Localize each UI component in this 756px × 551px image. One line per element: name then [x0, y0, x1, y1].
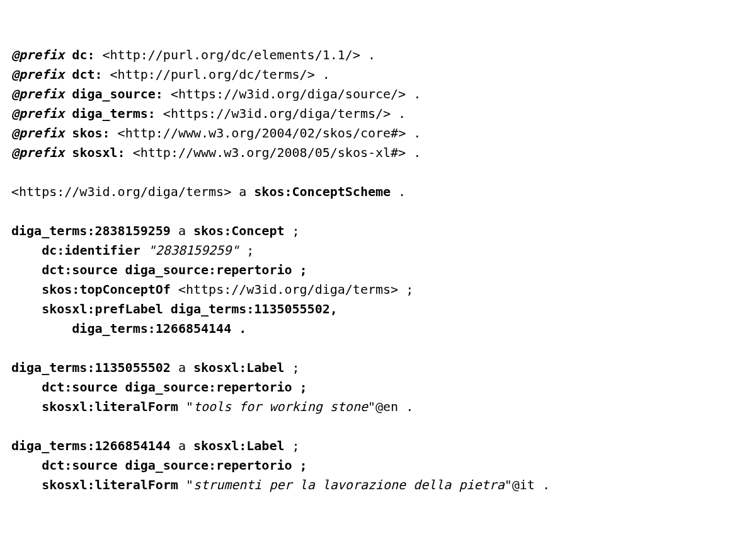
prefix-keyword: @prefix — [11, 125, 64, 141]
predicate: skosxl:literalForm — [42, 477, 178, 492]
statement-end: . — [391, 184, 406, 199]
uri-value: <https://w3id.org/diga/terms> — [178, 282, 398, 297]
prefix-name: dct: — [72, 67, 102, 82]
prefix-uri: <http://www.w3.org/2008/05/skos-xl#> . — [133, 145, 421, 160]
quote-open: " — [178, 477, 193, 492]
statement-sep: ; — [239, 243, 254, 258]
literal-value: tools for working stone — [193, 399, 368, 414]
a-keyword: a — [171, 438, 193, 453]
prefix-uri: <http://www.w3.org/2004/02/skos/core#> . — [118, 125, 421, 141]
prefix-name: skos: — [72, 125, 110, 141]
statement: dct:source diga_source:repertorio ; — [42, 458, 307, 473]
prefix-uri: <http://purl.org/dc/elements/1.1/> . — [103, 47, 375, 62]
concept-type: skos:Concept — [193, 223, 285, 238]
predicate: skosxl:literalForm — [42, 399, 178, 414]
statement: dct:source diga_source:repertorio ; — [42, 262, 307, 277]
prefix-name: diga_terms: — [72, 106, 155, 121]
statement: dct:source diga_source:repertorio ; — [42, 380, 307, 395]
statement-sep: ; — [285, 438, 300, 453]
sp — [140, 243, 148, 258]
label-subject: diga_terms:1266854144 — [11, 438, 171, 453]
statement-sep: ; — [285, 360, 300, 375]
quote-close: "@en . — [368, 399, 413, 414]
prefix-keyword: @prefix — [11, 67, 64, 82]
concept-subject: diga_terms:2838159259 — [11, 223, 171, 238]
prefix-keyword: @prefix — [11, 86, 64, 102]
label-subject: diga_terms:1135055502 — [11, 360, 171, 375]
prefix-name: diga_source: — [72, 86, 163, 102]
predicate: dc:identifier — [42, 243, 140, 258]
prefix-uri: <https://w3id.org/diga/terms/> . — [163, 106, 406, 121]
prefix-keyword: @prefix — [11, 106, 64, 121]
prefix-name: skosxl: — [72, 145, 125, 160]
prefix-uri: <https://w3id.org/diga/source/> . — [171, 86, 421, 102]
literal-value: "2838159259" — [148, 243, 239, 258]
prefix-keyword: @prefix — [11, 145, 64, 160]
predicate: skos:topConceptOf — [42, 282, 171, 297]
a-keyword: a — [171, 223, 193, 238]
label-type: skosxl:Label — [193, 438, 285, 453]
statement-sep: ; — [398, 282, 413, 297]
scheme-subject: <https://w3id.org/diga/terms> — [11, 184, 231, 199]
sp — [171, 282, 178, 297]
quote-close: "@it . — [505, 477, 550, 492]
statement-sep: ; — [285, 223, 300, 238]
statement: diga_terms:1266854144 . — [72, 321, 246, 336]
scheme-type: skos:ConceptScheme — [254, 184, 391, 199]
statement: skosxl:prefLabel diga_terms:1135055502, — [42, 301, 338, 316]
literal-value: strumenti per la lavorazione della pietr… — [193, 477, 505, 492]
a-keyword: a — [171, 360, 193, 375]
label-type: skosxl:Label — [193, 360, 285, 375]
code-block: @prefix dc: <http://purl.org/dc/elements… — [11, 45, 745, 495]
prefix-name: dc: — [72, 47, 94, 62]
a-keyword: a — [231, 184, 254, 199]
prefix-uri: <http://purl.org/dc/terms/> . — [110, 67, 330, 82]
prefix-keyword: @prefix — [11, 47, 64, 62]
quote-open: " — [178, 399, 193, 414]
